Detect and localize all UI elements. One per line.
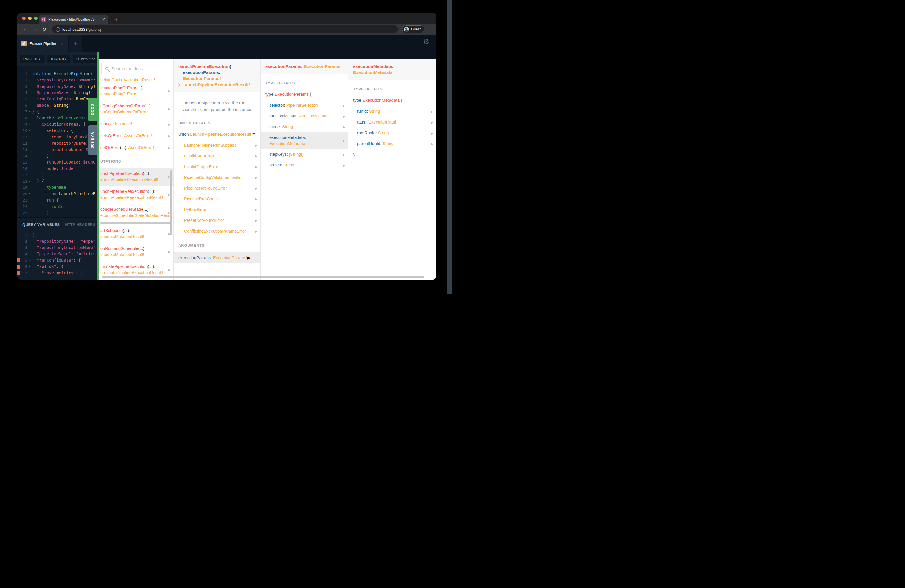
type-field-row[interactable]: stepKeys: [String!]▶ xyxy=(260,149,348,160)
code-line[interactable]: 5 $runConfigData: RunCo xyxy=(17,96,97,102)
union-member-row[interactable]: PipelineRunConflict▶ xyxy=(174,194,260,204)
union-member-row[interactable]: PipelineNotFoundError▶ xyxy=(174,183,260,194)
tab-docs[interactable]: DOCS xyxy=(88,98,97,121)
close-tab-icon[interactable]: ✕ xyxy=(102,17,105,21)
fold-arrow-icon[interactable]: ▾ xyxy=(27,264,32,270)
code-line[interactable]: 3 "repositoryLocationName" xyxy=(17,245,97,251)
tab-schema[interactable]: SCHEMA xyxy=(88,125,97,155)
docs-field-item[interactable]: setsOrError: AssetsOrError!▶ xyxy=(99,130,173,142)
code-line[interactable]: 17 } xyxy=(17,172,97,178)
argument-row[interactable]: executionParams: ExecutionParams!▶ xyxy=(174,252,260,263)
tab-query-variables[interactable]: QUERY VARIABLES xyxy=(22,222,60,227)
list-horizontal-scrollbar[interactable] xyxy=(100,221,170,224)
code-line[interactable]: 1▾{ xyxy=(17,232,97,238)
fold-arrow-icon[interactable]: ▾ xyxy=(27,109,32,115)
docs-field-item[interactable]: setOrError(...): AssetOrError!▶ xyxy=(99,142,173,154)
docs-field-item[interactable]: stance: Instance!▶ xyxy=(99,118,173,130)
reload-schema-icon[interactable]: ↺ xyxy=(76,57,79,61)
back-icon[interactable]: ← xyxy=(21,26,30,32)
fold-arrow-icon[interactable]: ▾ xyxy=(27,178,32,185)
code-line[interactable]: 14 } xyxy=(17,153,97,159)
history-button[interactable]: HISTORY xyxy=(47,55,70,63)
docs-search-box[interactable] xyxy=(102,63,170,74)
new-query-tab-button[interactable]: + xyxy=(69,35,82,52)
fold-arrow-icon[interactable]: ▾ xyxy=(27,270,32,276)
code-line[interactable]: 2 "repositoryName": "exper xyxy=(17,238,97,245)
fold-arrow-icon[interactable]: ▾ xyxy=(27,121,32,127)
code-line[interactable]: 1mutation ExecutePipeline( xyxy=(17,71,97,77)
query-tab[interactable]: M ExecutePipeline ✕ xyxy=(17,35,68,52)
reload-icon[interactable]: ↻ xyxy=(40,26,48,32)
type-field-row[interactable]: runId: String▶ xyxy=(348,106,436,117)
docs-field-item[interactable]: unchPipelineExecution(...):aunchPipeline… xyxy=(99,168,173,186)
docs-field-item[interactable]: concileSchedulerState(...):econcileSched… xyxy=(99,203,173,221)
docs-field-item[interactable]: opRunningSchedule(...):cheduleMutationRe… xyxy=(99,243,173,261)
code-line[interactable]: 16 mode: $mode xyxy=(17,165,97,172)
prettify-button[interactable]: PRETTIFY xyxy=(20,55,44,63)
union-member-row[interactable]: LaunchPipelineRunSuccess▶ xyxy=(174,140,260,151)
type-field-row[interactable]: parentRunId: String▶ xyxy=(348,138,436,149)
docs-horizontal-scrollbar[interactable] xyxy=(102,276,424,278)
union-member-row[interactable]: PresetNotFoundError▶ xyxy=(174,215,260,226)
code-line[interactable]: 19 __typename xyxy=(17,184,97,191)
fold-arrow-icon[interactable]: ▾ xyxy=(27,191,32,197)
address-bar[interactable]: i localhost:3333/graphql xyxy=(52,25,398,33)
code-line[interactable]: 10▾ selector: { xyxy=(17,127,97,134)
union-member-row[interactable]: PythonError▶ xyxy=(174,204,260,215)
zoom-window-button[interactable] xyxy=(34,16,38,20)
union-member-row[interactable]: PipelineConfigValidationInvalid▶ xyxy=(174,172,260,183)
code-line[interactable]: 18▾ ) { xyxy=(17,178,97,185)
docs-field-item[interactable]: unchPipelineReexecution(...):aunchPipeli… xyxy=(99,186,173,203)
code-line[interactable]: 21 run { xyxy=(17,197,97,203)
close-query-tab-icon[interactable]: ✕ xyxy=(60,41,64,46)
code-line[interactable]: 22 runId xyxy=(17,203,97,210)
code-line[interactable]: 9▾ executionParams: { xyxy=(17,121,97,127)
type-field-row[interactable]: runConfigData: RunConfigData▶ xyxy=(260,111,348,121)
minimize-window-button[interactable] xyxy=(28,16,32,20)
profile-button[interactable]: Guest xyxy=(402,25,424,33)
code-line[interactable]: 2 $repositoryLocationName: xyxy=(17,77,97,84)
site-info-icon[interactable]: i xyxy=(56,27,60,32)
code-line[interactable]: 3 $repositoryName: String! xyxy=(17,84,97,90)
close-window-button[interactable] xyxy=(22,16,25,20)
variables-editor[interactable]: 1▾{2 "repositoryName": "exper3 "reposito… xyxy=(17,228,97,280)
docs-vertical-scrollbar[interactable] xyxy=(170,170,173,235)
type-field-row[interactable]: tags: [ExecutionTag!]▶ xyxy=(348,117,436,127)
new-tab-button[interactable]: + xyxy=(112,16,120,24)
code-line[interactable]: 4 "pipelineName": "metrics xyxy=(17,251,97,257)
code-line[interactable]: 7▾) { xyxy=(17,109,97,115)
code-line[interactable]: 15 runConfigData: $runC xyxy=(17,159,97,165)
type-field-row[interactable]: mode: String▶ xyxy=(260,121,348,132)
endpoint-input[interactable]: ↺ http://loc xyxy=(73,54,97,63)
type-field-row[interactable]: executionMetadata:ExecutionMetadata▶ xyxy=(260,132,348,149)
docs-field-item[interactable]: nConfigSchemaOrError(...):unConfigSchema… xyxy=(99,100,173,118)
fold-arrow-icon[interactable]: ▾ xyxy=(27,257,32,264)
type-field-row[interactable]: preset: String▶ xyxy=(260,160,348,170)
union-member-row[interactable]: InvalidOutputError▶ xyxy=(174,162,260,172)
code-line[interactable]: 6 $mode: String! xyxy=(17,102,97,109)
code-line[interactable]: 6▾ "solids": { xyxy=(17,264,97,270)
union-member-row[interactable]: ConflictingExecutionParamsError▶ xyxy=(174,226,260,237)
tab-http-headers[interactable]: HTTP HEADERS xyxy=(65,222,96,227)
code-line[interactable]: 4 $pipelineName: String! xyxy=(17,90,97,96)
search-input[interactable] xyxy=(111,66,167,71)
code-line[interactable]: 11 repositoryLocat xyxy=(17,134,97,140)
union-member-row[interactable]: InvalidStepError▶ xyxy=(174,151,260,162)
docs-field-item[interactable]: ecutionPlanOrError(...):ecutionPlanOrErr… xyxy=(99,82,173,100)
code-line[interactable]: 5▾ "runConfigData": { xyxy=(17,257,97,264)
type-field-row[interactable]: rootRunId: String▶ xyxy=(348,127,436,138)
query-editor[interactable]: 1mutation ExecutePipeline(2 $repositoryL… xyxy=(17,65,97,218)
forward-icon[interactable]: → xyxy=(31,26,39,32)
code-line[interactable]: 13 pipelineName: $pip xyxy=(17,147,97,153)
type-field-row[interactable]: selector: PipelineSelector!▶ xyxy=(260,100,348,111)
docs-field-item[interactable]: artSchedule(...):cheduleMutationResult!▶ xyxy=(99,225,173,243)
fold-arrow-icon[interactable]: ▾ xyxy=(27,127,32,134)
fold-arrow-icon[interactable]: ▾ xyxy=(27,232,32,238)
code-line[interactable]: 12 repositoryName: $r xyxy=(17,140,97,147)
browser-menu-icon[interactable]: ⋮ xyxy=(428,27,432,32)
settings-gear-icon[interactable]: ⚙ xyxy=(423,38,429,52)
code-line[interactable]: 8 launchPipelineExecution( xyxy=(17,115,97,121)
code-line[interactable]: 20▾ ... on LaunchPipelineR xyxy=(17,191,97,197)
code-line[interactable]: 23 } xyxy=(17,210,97,216)
browser-tab[interactable]: Playground - http://localhost:3 ✕ xyxy=(38,15,108,24)
